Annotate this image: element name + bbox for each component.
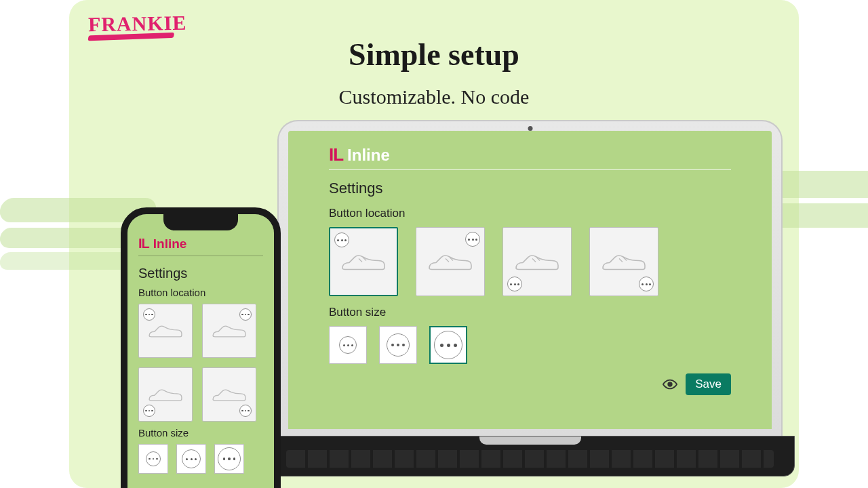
size-option-large[interactable] <box>429 326 467 364</box>
size-option-medium[interactable] <box>379 326 417 364</box>
location-option-top-left[interactable] <box>138 304 193 358</box>
button-size-options <box>138 444 263 474</box>
size-option-small[interactable] <box>138 444 168 474</box>
inline-brand-word: Inline <box>347 146 390 165</box>
preview-eye-icon[interactable] <box>663 377 677 392</box>
size-option-large[interactable] <box>214 444 244 474</box>
shoe-icon <box>340 250 387 274</box>
inline-mark-icon: IL <box>138 236 149 251</box>
laptop-base <box>265 436 795 476</box>
dots-icon <box>182 449 201 468</box>
location-option-bottom-left[interactable] <box>138 367 193 422</box>
location-option-bottom-left[interactable] <box>502 227 572 296</box>
phone-screen: IL Inline Settings Button location <box>127 214 274 488</box>
size-option-small[interactable] <box>329 326 367 364</box>
frankie-logo: FRANKIE <box>88 12 187 41</box>
frankie-logo-text: FRANKIE <box>88 12 187 36</box>
dots-icon <box>143 308 155 321</box>
button-size-label: Button size <box>329 306 731 319</box>
location-option-top-right[interactable] <box>416 227 485 296</box>
settings-heading: Settings <box>138 266 263 281</box>
svg-point-0 <box>669 382 673 386</box>
button-size-options <box>329 326 731 364</box>
shoe-icon <box>600 250 648 274</box>
shoe-icon <box>513 250 561 274</box>
button-location-label: Button location <box>138 287 263 298</box>
phone-mockup: IL Inline Settings Button location <box>121 207 281 488</box>
laptop-screen: IL Inline Settings Button location <box>288 131 772 429</box>
dots-icon <box>465 232 480 247</box>
dots-icon <box>146 451 161 466</box>
divider <box>138 256 263 256</box>
dots-icon <box>434 331 462 359</box>
dots-icon <box>507 277 522 291</box>
inline-brand-word: Inline <box>153 237 187 251</box>
dots-icon <box>239 405 252 417</box>
dots-icon <box>639 277 654 291</box>
inline-brand: IL Inline <box>138 236 263 251</box>
size-option-medium[interactable] <box>176 444 206 474</box>
save-button[interactable]: Save <box>686 373 731 395</box>
inline-brand: IL Inline <box>329 144 731 165</box>
shoe-icon <box>427 250 474 274</box>
dots-icon <box>387 333 410 357</box>
dots-icon <box>218 447 241 470</box>
hero-title: Simple setup <box>0 37 868 73</box>
button-location-options <box>329 227 731 296</box>
shoe-icon <box>211 321 248 342</box>
hero-subtitle: Customizable. No code <box>0 85 868 108</box>
shoe-icon <box>147 321 184 342</box>
divider <box>329 169 731 170</box>
camera-icon <box>528 126 532 131</box>
shoe-icon <box>147 385 184 405</box>
dots-icon <box>334 232 349 247</box>
dots-icon <box>143 405 155 417</box>
settings-heading: Settings <box>329 180 731 197</box>
location-option-bottom-right[interactable] <box>589 227 658 296</box>
dots-icon <box>239 308 252 321</box>
shoe-icon <box>211 385 248 405</box>
location-option-top-left[interactable] <box>329 227 398 296</box>
location-option-top-right[interactable] <box>202 304 256 358</box>
button-location-label: Button location <box>329 207 731 220</box>
dots-icon <box>339 336 357 354</box>
location-option-bottom-right[interactable] <box>202 367 256 422</box>
laptop-mockup: IL Inline Settings Button location <box>277 120 783 488</box>
button-location-options <box>138 304 263 422</box>
phone-notch <box>163 214 238 230</box>
button-size-label: Button size <box>138 427 263 439</box>
inline-mark-icon: IL <box>329 144 343 165</box>
